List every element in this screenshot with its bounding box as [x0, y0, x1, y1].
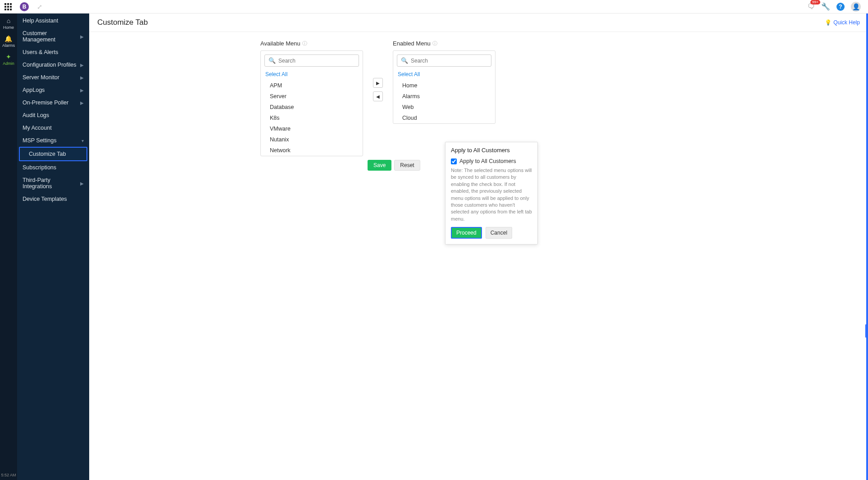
- clock-display: 5:52 AM: [1, 473, 16, 480]
- menu-item[interactable]: Home: [393, 80, 495, 91]
- enabled-select-all[interactable]: Select All: [393, 70, 495, 80]
- notifications-icon[interactable]: 🗨 99+: [808, 3, 815, 11]
- available-search[interactable]: 🔍: [264, 54, 359, 67]
- lightbulb-icon: 💡: [825, 19, 832, 26]
- chevron-right-icon: ▶: [80, 63, 84, 68]
- menu-item[interactable]: Network: [261, 145, 363, 156]
- chevron-right-icon: ▶: [80, 75, 84, 80]
- enabled-menu-column: Enabled Menu ⓘ 🔍 Select All Home Alarms …: [393, 40, 495, 124]
- bell-icon: 🔔: [5, 35, 12, 42]
- enabled-menu-title: Enabled Menu ⓘ: [393, 40, 495, 47]
- help-icon[interactable]: ?: [836, 3, 845, 11]
- sidebar-item-subscriptions[interactable]: Subscriptions: [17, 161, 89, 174]
- chevron-right-icon: ▶: [80, 88, 84, 93]
- sidebar-item-on-premise-poller[interactable]: On-Premise Poller▶: [17, 96, 89, 109]
- home-icon: ⌂: [7, 17, 10, 24]
- avatar[interactable]: 👤: [851, 2, 861, 12]
- sidebar-item-device-templates[interactable]: Device Templates: [17, 193, 89, 205]
- menu-item[interactable]: Web: [393, 102, 495, 113]
- cancel-button[interactable]: Cancel: [486, 227, 512, 239]
- sidebar-item-customer-management[interactable]: Customer Management▶: [17, 27, 89, 46]
- apply-all-checkbox-label: Apply to All Customers: [459, 158, 516, 164]
- available-select-all[interactable]: Select All: [261, 70, 363, 80]
- menu-item[interactable]: Cloud: [393, 113, 495, 123]
- nav-rail: ⌂ Home 🔔 Alarms ✦ Admin 5:52 AM: [0, 14, 17, 480]
- move-right-button[interactable]: ▶: [373, 78, 383, 88]
- rail-admin[interactable]: ✦ Admin: [3, 53, 14, 66]
- menu-item[interactable]: APM: [261, 80, 363, 91]
- expand-icon[interactable]: ⤢: [37, 3, 42, 10]
- reset-button[interactable]: Reset: [394, 160, 420, 171]
- sidebar: Help Assistant Customer Management▶ User…: [17, 14, 89, 480]
- save-button[interactable]: Save: [368, 160, 391, 171]
- info-icon[interactable]: ⓘ: [302, 40, 307, 47]
- available-menu-title: Available Menu ⓘ: [260, 40, 363, 47]
- brand-logo[interactable]: B: [20, 2, 29, 11]
- sidebar-item-customize-tab[interactable]: Customize Tab: [19, 147, 87, 161]
- chevron-right-icon: ▶: [80, 181, 84, 186]
- menu-item[interactable]: K8s: [261, 113, 363, 123]
- chevron-right-icon: ▶: [80, 100, 84, 105]
- move-left-button[interactable]: ◀: [373, 91, 383, 101]
- page-title: Customize Tab: [97, 18, 148, 27]
- enabled-search[interactable]: 🔍: [397, 54, 491, 67]
- menu-item[interactable]: Server: [261, 91, 363, 102]
- available-search-input[interactable]: [278, 58, 355, 64]
- chevron-down-icon: ▾: [82, 138, 84, 143]
- apps-icon[interactable]: [5, 3, 12, 10]
- rail-home[interactable]: ⌂ Home: [3, 17, 14, 30]
- sidebar-item-third-party-integrations[interactable]: Third-Party Integrations▶: [17, 174, 89, 193]
- transfer-buttons: ▶ ◀: [373, 78, 383, 101]
- search-icon: 🔍: [268, 57, 276, 64]
- info-icon[interactable]: ⓘ: [432, 40, 437, 47]
- sidebar-item-configuration-profiles[interactable]: Configuration Profiles▶: [17, 59, 89, 71]
- enabled-search-input[interactable]: [411, 58, 487, 64]
- sidebar-item-msp-settings[interactable]: MSP Settings▾: [17, 134, 89, 147]
- form-actions: Save Reset: [368, 160, 868, 171]
- sidebar-item-my-account[interactable]: My Account: [17, 122, 89, 134]
- sidebar-item-users-alerts[interactable]: Users & Alerts: [17, 46, 89, 59]
- available-menu-list: APM Server Database K8s VMware Nutanix N…: [261, 80, 363, 156]
- rail-item-label: Home: [3, 25, 14, 30]
- popover-title: Apply to All Customers: [451, 147, 532, 154]
- rail-item-label: Alarms: [2, 43, 15, 48]
- wrench-icon[interactable]: 🔧: [821, 2, 830, 11]
- sidebar-item-audit-logs[interactable]: Audit Logs: [17, 109, 89, 122]
- available-menu-column: Available Menu ⓘ 🔍 Select All APM Server…: [260, 40, 363, 156]
- page-header: Customize Tab 💡 Quick Help: [89, 14, 868, 32]
- chevron-right-icon: ▶: [80, 34, 84, 39]
- menu-item[interactable]: VMware: [261, 123, 363, 134]
- search-icon: 🔍: [401, 57, 408, 64]
- apply-all-popover: Apply to All Customers Apply to All Cust…: [445, 142, 538, 245]
- proceed-button[interactable]: Proceed: [451, 227, 482, 239]
- enabled-menu-list: Home Alarms Web Cloud: [393, 80, 495, 123]
- rail-item-label: Admin: [3, 61, 14, 66]
- sidebar-item-applogs[interactable]: AppLogs▶: [17, 84, 89, 96]
- gear-icon: ✦: [6, 53, 11, 60]
- menu-item[interactable]: Alarms: [393, 91, 495, 102]
- sidebar-item-help-assistant[interactable]: Help Assistant: [17, 14, 89, 27]
- menu-item[interactable]: Database: [261, 102, 363, 113]
- scroll-thumb[interactable]: [865, 324, 868, 338]
- menu-item[interactable]: Nutanix: [261, 134, 363, 145]
- rail-alarms[interactable]: 🔔 Alarms: [2, 35, 15, 48]
- quick-help-link[interactable]: 💡 Quick Help: [825, 19, 860, 26]
- apply-all-checkbox-row[interactable]: Apply to All Customers: [451, 158, 532, 164]
- apply-all-checkbox[interactable]: [451, 158, 457, 164]
- main: Customize Tab 💡 Quick Help Available Men…: [89, 14, 868, 480]
- topbar: B ⤢ 🗨 99+ 🔧 ? 👤: [0, 0, 868, 14]
- sidebar-item-server-monitor[interactable]: Server Monitor▶: [17, 71, 89, 84]
- right-edge-indicator: [866, 14, 868, 480]
- popover-note: Note: The selected menu options will be …: [451, 167, 532, 222]
